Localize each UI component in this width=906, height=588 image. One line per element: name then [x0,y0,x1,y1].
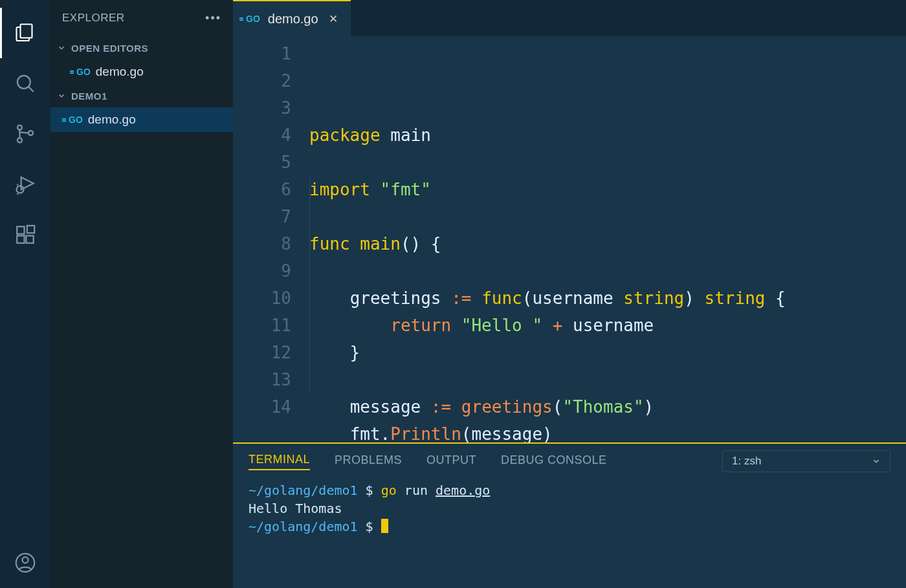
code-line[interactable] [309,149,906,176]
panel-tab-debug-console[interactable]: DEBUG CONSOLE [501,453,607,470]
code-line[interactable]: } [309,339,906,366]
line-number: 7 [233,203,291,230]
open-editors-label: OPEN EDITORS [71,43,148,54]
line-number: 12 [233,339,291,366]
bottom-panel: TERMINAL PROBLEMS OUTPUT DEBUG CONSOLE 1… [233,442,906,588]
line-number: 5 [233,149,291,176]
line-number: 2 [233,67,291,94]
panel-tab-problems[interactable]: PROBLEMS [335,453,402,470]
terminal[interactable]: ~/golang/demo1 $ go run demo.goHello Tho… [233,479,906,588]
account-icon[interactable] [0,538,50,588]
project-file-item[interactable]: GO demo.go [50,107,233,132]
editor-tab[interactable]: GO demo.go ✕ [233,0,351,36]
extensions-icon[interactable] [0,210,50,260]
line-number: 4 [233,122,291,149]
indent-guide [309,178,310,395]
go-file-icon: GO [246,14,260,24]
line-number: 10 [233,285,291,312]
explorer-icon[interactable] [0,8,50,58]
code-line[interactable]: import "fmt" [309,176,906,203]
svg-line-9 [17,184,18,186]
chevron-down-icon [56,43,67,52]
svg-rect-13 [26,235,33,243]
tab-title: demo.go [268,12,318,27]
search-icon[interactable] [0,58,50,109]
terminal-selector[interactable]: 1: zsh [722,450,890,472]
svg-line-10 [17,193,18,195]
line-number: 6 [233,176,291,203]
code-line[interactable] [309,366,906,393]
svg-rect-12 [17,235,24,243]
line-number: 13 [233,366,291,393]
line-number: 11 [233,312,291,339]
svg-line-2 [28,87,33,91]
terminal-cursor [381,519,388,533]
svg-rect-11 [17,226,24,234]
open-editors-header[interactable]: OPEN EDITORS [50,36,233,60]
go-file-icon: GO [69,114,83,125]
sidebar: EXPLORER ••• OPEN EDITORS GO demo.go DEM… [50,0,233,588]
line-number: 3 [233,94,291,122]
svg-point-16 [22,557,28,563]
project-header[interactable]: DEMO1 [50,84,233,107]
code-line[interactable]: fmt.Println(message) [309,420,906,442]
code-line[interactable]: func main() { [309,230,906,257]
code-line[interactable]: package main [309,122,906,149]
file-name: demo.go [88,113,136,127]
terminal-line: ~/golang/demo1 $ go run demo.go [249,481,890,499]
line-number-gutter: 1234567891011121314 [233,40,309,442]
code-line[interactable] [309,203,906,230]
chevron-down-icon [56,91,67,100]
sidebar-title: EXPLORER [62,12,205,25]
line-number: 14 [233,393,291,420]
terminal-line: ~/golang/demo1 $ [249,517,890,536]
code-line[interactable]: greetings := func(username string) strin… [309,285,906,312]
svg-rect-0 [21,25,32,38]
file-name: demo.go [96,65,144,79]
terminal-selector-label: 1: zsh [732,455,761,468]
source-control-icon[interactable] [0,109,50,159]
project-label: DEMO1 [71,91,107,102]
debug-icon[interactable] [0,159,50,210]
svg-rect-14 [27,226,34,233]
panel-tab-output[interactable]: OUTPUT [426,453,476,470]
panel-tabs: TERMINAL PROBLEMS OUTPUT DEBUG CONSOLE 1… [233,444,906,479]
terminal-line: Hello Thomas [249,499,890,517]
svg-point-5 [28,131,33,135]
sidebar-header: EXPLORER ••• [50,0,233,36]
line-number: 1 [233,40,291,67]
chevron-down-icon [872,457,881,466]
svg-point-3 [17,125,22,130]
close-icon[interactable]: ✕ [326,12,340,26]
open-editor-item[interactable]: GO demo.go [50,60,233,84]
activity-bar [0,0,50,588]
ellipsis-icon[interactable]: ••• [205,12,221,25]
editor[interactable]: 1234567891011121314 package mainimport "… [233,36,906,442]
panel-tab-terminal[interactable]: TERMINAL [249,453,310,470]
go-file-icon: GO [76,67,91,77]
code-line[interactable]: return "Hello " + username [309,312,906,339]
tab-bar: GO demo.go ✕ [233,0,906,36]
svg-point-1 [17,76,30,89]
line-number: 8 [233,230,291,257]
code-line[interactable]: message := greetings("Thomas") [309,393,906,420]
main-area: GO demo.go ✕ 1234567891011121314 package… [233,0,906,588]
svg-point-4 [17,138,22,142]
code-line[interactable] [309,257,906,285]
code-area[interactable]: package mainimport "fmt"func main() { gr… [309,40,906,442]
line-number: 9 [233,257,291,285]
